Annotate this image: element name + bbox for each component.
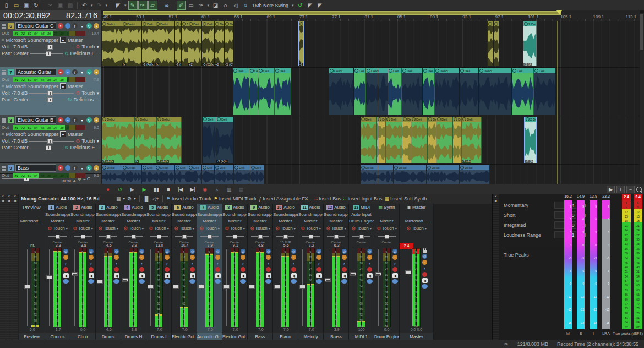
solo-button[interactable] <box>88 279 94 284</box>
pan-slider[interactable] <box>276 235 294 239</box>
pan-handle[interactable] <box>283 235 288 239</box>
mixer-settings-gear-caret-icon[interactable]: ▾ <box>134 197 136 201</box>
track-header-electric-guitar-c[interactable]: 6Electric Guitar C●−ƒ▾↻✦Out8172635445362… <box>0 21 101 67</box>
audio-clip[interactable]: Deli <box>250 165 264 184</box>
cut-icon[interactable]: ✂ <box>46 1 55 10</box>
phase-invert-button[interactable]: ∅ <box>367 249 372 254</box>
mute-button[interactable]: − <box>65 69 70 75</box>
phase-invert-button[interactable]: ∅ <box>190 249 195 254</box>
automation-caret-icon[interactable]: ▾ <box>243 225 245 232</box>
audio-clip[interactable]: Deli-3 (A)fx <box>216 117 234 163</box>
dock-icon[interactable]: ▐▌ <box>143 196 150 202</box>
mute-button[interactable]: ◀ <box>139 273 145 278</box>
audio-clip[interactable]: Deli <box>203 117 216 163</box>
audio-clip[interactable]: Delici <box>122 165 142 184</box>
time-position[interactable]: 00:02:30,892 <box>3 11 50 20</box>
timeline-ruler[interactable]: 49.153.157.161.165.169.173.177.181.185.1… <box>101 10 640 21</box>
input-gain-knob[interactable]: ◦ <box>241 255 245 260</box>
mute-button[interactable]: ◀ <box>342 273 347 278</box>
mixer-strip-drum-engine[interactable]: ▦SynthMaster⚙Touch▾Center612182430364248… <box>374 204 400 340</box>
mixer-settings-gear-icon[interactable]: ⚙ <box>127 196 132 202</box>
mixer-strip-midi-1[interactable]: 13MIDIAuto InputDrum Engine⚙Touch▾Center… <box>349 204 374 340</box>
channel-fader[interactable] <box>405 248 411 327</box>
phase-invert-button[interactable]: ∅ <box>215 249 220 254</box>
loop-playback-button[interactable]: ↺ <box>116 186 124 193</box>
input-gain-knob[interactable]: ◦ <box>114 255 119 260</box>
plugin-name[interactable]: Delicious ... <box>73 97 99 102</box>
pan-slider[interactable] <box>226 235 244 239</box>
fx-button[interactable]: ƒ <box>422 266 427 271</box>
pan-handle[interactable] <box>182 235 187 239</box>
mute-button[interactable]: ◀ <box>89 273 94 278</box>
metronome-button[interactable]: ▵ <box>212 186 221 193</box>
volume-slider[interactable] <box>29 139 74 144</box>
strip-name[interactable]: Preview <box>19 333 45 340</box>
audio-event-tool-icon[interactable]: ◁ <box>231 1 240 10</box>
strip-volume-value[interactable]: -7.0 <box>222 327 247 333</box>
audio-clip[interactable]: 2 Del-3 (A <box>524 117 537 163</box>
pan-handle[interactable] <box>208 235 212 239</box>
pan-handle[interactable] <box>385 235 389 239</box>
monitor-audio-icon[interactable]: ◁+ <box>152 196 159 202</box>
mixer-strip-acoustic-g-[interactable]: 7AudioSoundmapperMaster⚙Touch▾Center-7.9… <box>197 204 222 340</box>
strip-volume-value[interactable]: -7.0 <box>172 327 197 333</box>
bus-name[interactable]: Master <box>68 84 83 89</box>
mute-button[interactable]: ◀ <box>165 273 170 278</box>
audio-clip[interactable]: Delici <box>102 21 122 66</box>
phase-invert-button[interactable]: ∅ <box>165 249 170 254</box>
fx-button[interactable]: ƒ <box>63 261 68 266</box>
record-arm-button[interactable] <box>422 272 427 277</box>
vol-value[interactable]: -7,0 dB <box>12 138 28 144</box>
step-io-button[interactable]: ▤ <box>237 186 245 193</box>
zoom-tool-icon[interactable] <box>636 187 642 192</box>
playhead[interactable] <box>378 21 378 184</box>
pause-button[interactable]: ▮▮ <box>152 186 161 193</box>
pan-slider[interactable] <box>124 235 143 239</box>
audio-clip[interactable]: Deli <box>258 68 275 115</box>
strip-device[interactable]: Auto Input <box>349 211 374 218</box>
strip-output-bus[interactable]: Master <box>70 218 95 225</box>
undo-caret-icon[interactable]: ▾ <box>90 3 94 8</box>
solo-button[interactable] <box>367 279 373 284</box>
solo-button[interactable] <box>316 279 322 284</box>
automation-icon[interactable]: ↻ <box>86 69 92 75</box>
freeze-icon[interactable]: ✦ <box>94 165 99 171</box>
fx-button[interactable]: ƒ <box>392 261 397 266</box>
strip-output-bus[interactable]: Microsoft ... <box>19 218 45 225</box>
device-name[interactable]: Microsoft Soundmapper <box>6 37 59 43</box>
track-lane-3[interactable]: Delici-3 (A)fxDelicifxDelici-3 (A)fxDeli… <box>101 116 640 165</box>
input-gain-knob[interactable]: ◦ <box>63 255 68 260</box>
fader-handle[interactable] <box>122 278 128 282</box>
channel-fader[interactable] <box>350 248 356 327</box>
go-to-start-button[interactable]: |◀ <box>176 186 185 193</box>
channel-fader[interactable] <box>325 248 331 327</box>
fader-handle[interactable] <box>299 285 305 289</box>
device-name[interactable]: Microsoft Soundmapper <box>6 132 59 137</box>
volume-slider[interactable] <box>29 91 74 96</box>
input-gain-knob[interactable]: ◦ <box>165 255 170 260</box>
strip-name[interactable]: Choir <box>70 333 95 340</box>
pan-slider[interactable] <box>150 235 168 239</box>
strip-automation[interactable]: ⚙Touch▾ <box>96 225 121 232</box>
drag-handle-icon[interactable] <box>2 24 6 29</box>
audio-clip[interactable]: De <box>402 117 411 163</box>
paste-icon[interactable]: ▤ <box>66 1 75 10</box>
strip-automation[interactable] <box>19 225 45 232</box>
strip-name[interactable]: Acoustic G... <box>197 333 222 340</box>
close-icon[interactable]: × <box>8 194 10 199</box>
input-gain-knob[interactable]: ◦ <box>139 255 144 260</box>
mute-button[interactable]: − <box>65 117 70 123</box>
fx-button[interactable]: ƒ <box>190 261 195 266</box>
solo-button[interactable] <box>63 279 69 284</box>
redo-icon[interactable]: ↷ <box>95 1 104 10</box>
automation-caret-icon[interactable]: ▾ <box>96 138 99 144</box>
audio-clip[interactable]: Delici <box>361 165 394 184</box>
track-menu-caret-icon[interactable]: ▾ <box>79 23 85 29</box>
phase-invert-button[interactable]: ∅ <box>422 254 427 259</box>
audio-clip[interactable]: De <box>249 68 258 115</box>
mute-button[interactable]: ◀ <box>291 273 297 278</box>
fader-handle[interactable] <box>72 272 78 276</box>
strip-device[interactable]: Soundmapper <box>121 211 146 218</box>
mute-button[interactable]: ◀ <box>215 273 221 278</box>
pan-slider[interactable] <box>251 235 269 239</box>
